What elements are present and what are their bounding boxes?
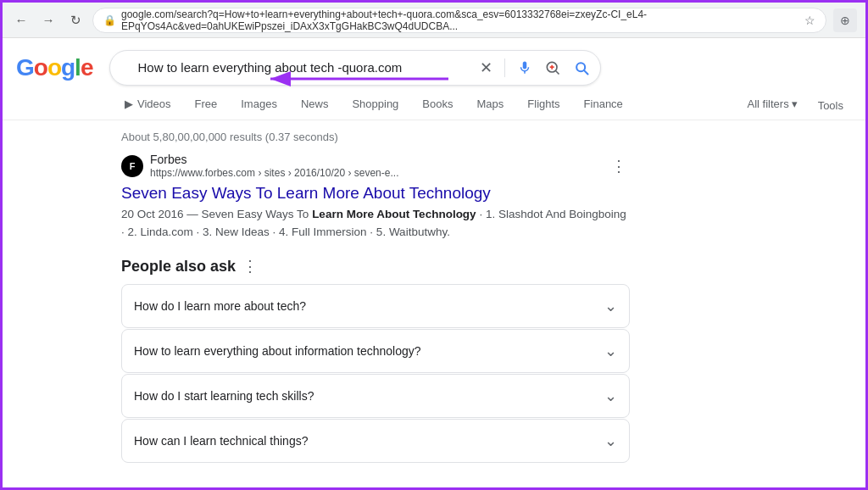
feedback-link[interactable]: Feedback <box>121 478 630 483</box>
tab-books[interactable]: Books <box>410 91 465 120</box>
paa-question-0: How do I learn more about tech? <box>134 299 306 313</box>
google-page: Google How to learn everything about tec… <box>3 38 865 490</box>
logo-o2: o <box>47 54 61 81</box>
paa-chevron-2: ⌄ <box>604 387 617 405</box>
tab-flights[interactable]: Flights <box>515 91 571 120</box>
result-url: https://www.forbes.com › sites › 2016/10… <box>150 167 601 181</box>
paa-question-2: How do I start learning tech skills? <box>134 389 314 403</box>
result-more-button[interactable]: ⋮ <box>608 155 630 177</box>
back-button[interactable]: ← <box>11 10 31 31</box>
mic-icon <box>517 60 532 75</box>
people-also-ask-section: People also ask ⋮ How do I learn more ab… <box>121 257 630 463</box>
forward-button[interactable]: → <box>38 10 58 31</box>
bookmark-icon[interactable]: ☆ <box>804 14 815 27</box>
logo-e: e <box>81 54 93 81</box>
extension-icon-1[interactable]: ⊕ <box>833 8 857 32</box>
result-site-name: Forbes <box>150 152 601 167</box>
tab-images[interactable]: Images <box>229 91 289 120</box>
clear-icon: ✕ <box>480 58 492 77</box>
divider <box>504 58 505 77</box>
all-filters-button[interactable]: All filters ▾ <box>739 91 806 120</box>
browser-chrome: ← → ↻ 🔒 google.com/search?q=How+to+learn… <box>3 3 865 38</box>
logo-o1: o <box>34 54 47 81</box>
tab-maps[interactable]: Maps <box>465 91 516 120</box>
paa-question-1: How to learn everything about informatio… <box>134 344 421 358</box>
paa-question-3: How can I learn technical things? <box>134 434 308 448</box>
tab-shopping[interactable]: Shopping <box>340 91 410 120</box>
result-source: F Forbes https://www.forbes.com › sites … <box>121 152 630 181</box>
extensions-area: ⊕ <box>833 8 857 32</box>
paa-item-3[interactable]: How can I learn technical things? ⌄ <box>121 419 630 463</box>
paa-header: People also ask ⋮ <box>121 257 630 276</box>
svg-line-1 <box>556 71 559 75</box>
paa-item-0[interactable]: How do I learn more about tech? ⌄ <box>121 284 630 328</box>
result-title[interactable]: Seven Easy Ways To Learn More About Tech… <box>121 183 630 204</box>
results-area: About 5,80,00,00,000 results (0.37 secon… <box>3 120 865 483</box>
paa-item-1[interactable]: How to learn everything about informatio… <box>121 329 630 373</box>
tab-news[interactable]: News <box>289 91 341 120</box>
search-icon <box>573 59 590 76</box>
result-favicon-forbes: F <box>121 155 143 177</box>
search-bar[interactable]: How to learn everything about tech -quor… <box>109 50 601 86</box>
logo-g: G <box>16 54 34 81</box>
videos-icon: ▶ <box>125 97 133 110</box>
voice-search-button[interactable] <box>514 57 536 79</box>
tools-button[interactable]: Tools <box>810 92 852 119</box>
search-submit-button[interactable] <box>570 56 593 80</box>
paa-more-button[interactable]: ⋮ <box>242 257 258 276</box>
paa-chevron-1: ⌄ <box>604 342 617 360</box>
results-count: About 5,80,00,00,000 results (0.37 secon… <box>121 125 865 152</box>
result-item: F Forbes https://www.forbes.com › sites … <box>121 152 630 242</box>
lock-icon: 🔒 <box>103 14 116 26</box>
search-tabs-right: All filters ▾ Tools <box>739 91 865 120</box>
google-logo: Google <box>16 54 92 81</box>
url-text: google.com/search?q=How+to+learn+everyth… <box>121 8 799 32</box>
tab-free[interactable]: Free <box>183 91 230 120</box>
result-source-info: Forbes https://www.forbes.com › sites › … <box>150 152 601 181</box>
refresh-button[interactable]: ↻ <box>65 10 86 31</box>
logo-g2: g <box>61 54 75 81</box>
clear-button[interactable]: ✕ <box>476 55 496 81</box>
address-bar[interactable]: 🔒 google.com/search?q=How+to+learn+every… <box>92 8 826 33</box>
lens-icon <box>544 59 561 76</box>
paa-chevron-0: ⌄ <box>604 297 617 315</box>
tab-finance[interactable]: Finance <box>572 91 635 120</box>
logo-l: l <box>75 54 81 81</box>
tab-videos[interactable]: ▶ Videos <box>113 91 183 120</box>
result-snippet: 20 Oct 2016 — Seven Easy Ways To Learn M… <box>121 206 630 242</box>
search-bar-icons: ✕ <box>476 55 593 81</box>
dropdown-icon: ▾ <box>792 97 798 110</box>
image-search-button[interactable] <box>541 56 565 80</box>
search-bar-container: How to learn everything about tech -quor… <box>109 50 601 86</box>
paa-item-2[interactable]: How do I start learning tech skills? ⌄ <box>121 374 630 418</box>
google-header: Google How to learn everything about tec… <box>3 38 865 86</box>
search-tabs: ▶ Videos Free Images News Shopping Books… <box>3 86 865 120</box>
paa-chevron-3: ⌄ <box>604 432 617 450</box>
paa-title: People also ask <box>121 258 236 276</box>
